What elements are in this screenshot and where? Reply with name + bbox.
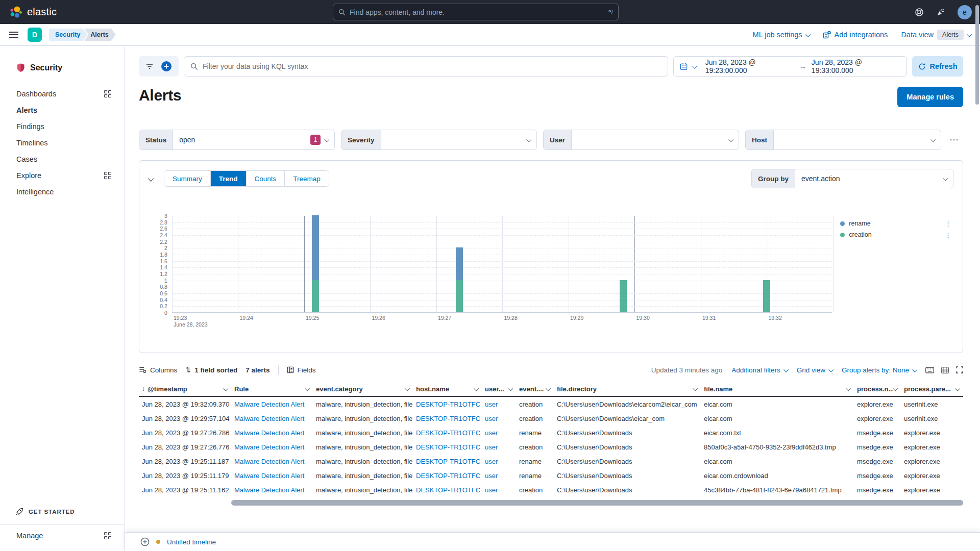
legend-item-creation[interactable]: creation⋮ [840, 229, 953, 240]
column-actions-icon[interactable] [223, 386, 228, 391]
cell-user[interactable]: user [482, 429, 516, 437]
column-header-event-category[interactable]: event.category [313, 385, 413, 393]
cell-user[interactable]: user [482, 458, 516, 465]
tab-summary[interactable]: Summary [164, 171, 211, 186]
filter-user[interactable]: User [543, 130, 739, 150]
cell-host-name[interactable]: DESKTOP-TR1OTFC [413, 443, 482, 451]
elastic-logo[interactable]: elastic [9, 6, 57, 19]
sidebar-item-dashboards[interactable]: Dashboards [0, 86, 125, 102]
fields-button[interactable]: Fields [287, 366, 316, 374]
column-actions-icon[interactable] [546, 386, 551, 391]
untitled-timeline-link[interactable]: Untitled timeline [167, 538, 216, 546]
legend-item-rename[interactable]: rename⋮ [840, 218, 953, 229]
additional-filters-button[interactable]: Additional filters [731, 366, 787, 374]
legend-actions-icon[interactable]: ⋮ [943, 220, 953, 228]
cell-rule[interactable]: Malware Detection Alert [231, 443, 313, 451]
sidebar-item-manage[interactable]: Manage [0, 524, 125, 551]
fullscreen-icon[interactable] [956, 366, 963, 373]
column-actions-icon[interactable] [305, 386, 310, 391]
breadcrumb-alerts[interactable]: Alerts [84, 29, 115, 41]
help-icon[interactable] [915, 8, 924, 17]
horizontal-scrollbar[interactable] [231, 500, 963, 506]
cell-rule[interactable]: Malware Detection Alert [231, 429, 313, 437]
add-timeline-icon[interactable] [140, 537, 150, 546]
refresh-button[interactable]: Refresh [912, 56, 963, 77]
columns-button[interactable]: Columns [139, 366, 177, 374]
cell-host-name[interactable]: DESKTOP-TR1OTFC [413, 486, 482, 494]
column-header-timestamp[interactable]: ↓@timestamp [139, 385, 231, 393]
cell-host-name[interactable]: DESKTOP-TR1OTFC [413, 458, 482, 465]
sorted-fields-button[interactable]: 1 field sorted [185, 366, 237, 374]
tab-counts[interactable]: Counts [247, 171, 285, 186]
date-range-picker[interactable]: Jun 28, 2023 @ 19:23:00.000 → Jun 28, 20… [673, 56, 907, 77]
get-started-button[interactable]: GET STARTED [0, 503, 125, 524]
cell-host-name[interactable]: DESKTOP-TR1OTFC [413, 415, 482, 422]
cell-host-name[interactable]: DESKTOP-TR1OTFC [413, 400, 482, 408]
column-actions-icon[interactable] [893, 386, 898, 391]
legend-actions-icon[interactable]: ⋮ [943, 231, 953, 239]
space-badge[interactable]: D [28, 28, 42, 42]
grid-view-button[interactable]: Grid view [797, 366, 832, 374]
cell-rule[interactable]: Malware Detection Alert [231, 472, 313, 480]
cell-user[interactable]: user [482, 443, 516, 451]
cell-host-name[interactable]: DESKTOP-TR1OTFC [413, 429, 482, 437]
bar-creation[interactable] [312, 280, 319, 312]
manage-rules-button[interactable]: Manage rules [897, 87, 963, 107]
sidebar-item-findings[interactable]: Findings [0, 118, 125, 135]
date-from[interactable]: Jun 28, 2023 @ 19:23:00.000 [705, 58, 794, 74]
ml-job-settings-button[interactable]: ML job settings [753, 31, 810, 39]
add-filter-button[interactable] [161, 61, 172, 72]
more-filters-icon[interactable]: ⋯ [949, 134, 960, 145]
add-integrations-button[interactable]: Add integrations [823, 31, 888, 39]
tab-treemap[interactable]: Treemap [285, 171, 329, 186]
cell-user[interactable]: user [482, 400, 516, 408]
page-scrollbar[interactable] [975, 5, 979, 105]
user-avatar[interactable]: e [958, 5, 972, 19]
cell-rule[interactable]: Malware Detection Alert [231, 458, 313, 465]
column-header-event[interactable]: event.... [516, 385, 554, 393]
cell-user[interactable]: user [482, 486, 516, 494]
cell-rule[interactable]: Malware Detection Alert [231, 415, 313, 422]
column-actions-icon[interactable] [405, 386, 410, 391]
sidebar-item-alerts[interactable]: Alerts [0, 102, 125, 118]
kql-query-input[interactable] [203, 62, 662, 70]
menu-icon[interactable] [9, 32, 18, 38]
group-alerts-by-button[interactable]: Group alerts by: None [842, 366, 916, 374]
cell-host-name[interactable]: DESKTOP-TR1OTFC [413, 472, 482, 480]
news-icon[interactable] [936, 8, 945, 17]
column-actions-icon[interactable] [508, 386, 513, 391]
column-header-host-name[interactable]: host.name [413, 385, 482, 393]
bar-creation[interactable] [456, 280, 463, 312]
column-actions-icon[interactable] [846, 386, 851, 391]
filter-host[interactable]: Host [745, 130, 941, 150]
cell-user[interactable]: user [482, 472, 516, 480]
sidebar-item-cases[interactable]: Cases [0, 151, 125, 167]
column-header-process-n[interactable]: process.n... [854, 385, 901, 393]
bar-rename[interactable] [312, 215, 319, 280]
sidebar-item-timelines[interactable]: Timelines [0, 135, 125, 151]
collapse-chart-icon[interactable] [149, 174, 153, 183]
column-header-file-directory[interactable]: file.directory [554, 385, 701, 393]
group-by-select[interactable]: Group by event.action [751, 169, 953, 188]
cell-rule[interactable]: Malware Detection Alert [231, 486, 313, 494]
column-header-rule[interactable]: Rule [231, 385, 313, 393]
column-header-process-pare[interactable]: process.pare... [901, 385, 963, 393]
global-search-input[interactable] [350, 8, 604, 16]
date-to[interactable]: Jun 28, 2023 @ 19:33:00.000 [812, 58, 900, 74]
cell-rule[interactable]: Malware Detection Alert [231, 400, 313, 408]
column-actions-icon[interactable] [693, 386, 698, 391]
column-actions-icon[interactable] [955, 386, 960, 391]
cell-user[interactable]: user [482, 415, 516, 422]
sidebar-item-intelligence[interactable]: Intelligence [0, 184, 125, 200]
breadcrumb-security[interactable]: Security [49, 29, 87, 41]
bar-creation[interactable] [763, 280, 770, 312]
data-view-selector[interactable]: Data view Alerts [901, 30, 971, 40]
column-header-file-name[interactable]: file.name [701, 385, 854, 393]
tab-trend[interactable]: Trend [211, 171, 247, 186]
bar-creation[interactable] [620, 280, 627, 312]
filter-severity[interactable]: Severity [341, 130, 537, 150]
bar-rename[interactable] [456, 247, 463, 280]
keyboard-shortcuts-icon[interactable] [925, 367, 934, 373]
global-search[interactable]: ^/ [333, 4, 619, 20]
sidebar-item-explore[interactable]: Explore [0, 167, 125, 184]
